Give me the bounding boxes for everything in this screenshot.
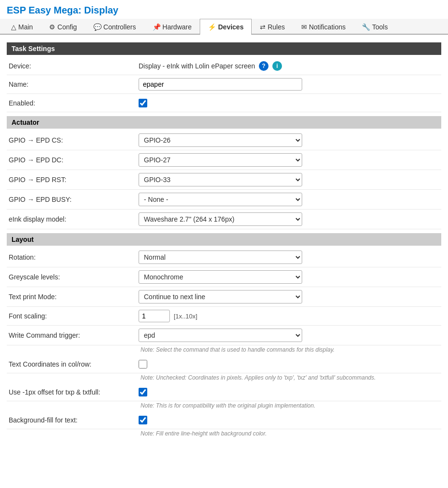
main-content: Task Settings Device: Display - eInk wit… bbox=[0, 35, 448, 443]
enabled-row: Enabled: bbox=[7, 94, 441, 112]
nav-hardware[interactable]: 📌 Hardware bbox=[144, 19, 200, 35]
main-icon: △ bbox=[11, 23, 16, 31]
greyscale-select[interactable]: Monochrome bbox=[139, 270, 302, 284]
greyscale-control: Monochrome bbox=[139, 270, 439, 284]
layout-header: Layout bbox=[7, 233, 441, 246]
bgfill-note: Note: Fill entire line-height with backg… bbox=[139, 429, 269, 440]
device-info-button[interactable]: i bbox=[272, 61, 282, 71]
enabled-control bbox=[139, 99, 439, 107]
bgfill-row: Background-fill for text: bbox=[7, 411, 441, 429]
eink-model-row: eInk display model: Waveshare 2.7" (264 … bbox=[7, 210, 441, 229]
write-trigger-note-row: Note: Select the command that is used to… bbox=[7, 345, 441, 355]
name-label: Name: bbox=[9, 80, 139, 88]
gpio-dc-select[interactable]: GPIO-27 bbox=[139, 153, 302, 167]
fontscale-row: Font scaling: [1x..10x] bbox=[7, 307, 441, 326]
device-value: Display - eInk with Lolin ePaper screen bbox=[139, 62, 255, 70]
nav-main-label: Main bbox=[18, 23, 33, 31]
nav-controllers-label: Controllers bbox=[103, 23, 136, 31]
device-row: Device: Display - eInk with Lolin ePaper… bbox=[7, 57, 441, 75]
gpio-busy-select[interactable]: - None - bbox=[139, 193, 302, 206]
hardware-icon: 📌 bbox=[153, 23, 161, 31]
fontscale-hint: [1x..10x] bbox=[174, 313, 197, 320]
fontscale-input[interactable] bbox=[139, 310, 170, 322]
nav-notifications[interactable]: ✉ Notifications bbox=[293, 19, 354, 35]
text-coords-label: Text Coordinates in col/row: bbox=[9, 360, 139, 368]
text-coords-control bbox=[139, 360, 439, 369]
write-trigger-select[interactable]: epd bbox=[139, 329, 302, 342]
device-help-button[interactable]: ? bbox=[259, 61, 269, 71]
offset-note-row: Note: This is for compatibility with the… bbox=[7, 401, 441, 411]
nav-main[interactable]: △ Main bbox=[3, 19, 41, 35]
text-coords-note: Note: Unchecked: Coordinates in pixels. … bbox=[139, 373, 378, 384]
rotation-select[interactable]: Normal bbox=[139, 251, 302, 264]
bgfill-control bbox=[139, 416, 439, 424]
nav-controllers[interactable]: 💬 Controllers bbox=[85, 19, 144, 35]
page-title: ESP Easy Mega: Display bbox=[0, 0, 448, 19]
gpio-busy-control: - None - bbox=[139, 193, 439, 206]
nav-hardware-label: Hardware bbox=[163, 23, 192, 31]
gpio-rst-row: GPIO → EPD RST: GPIO-33 bbox=[7, 170, 441, 190]
fontscale-control: [1x..10x] bbox=[139, 310, 439, 322]
fontscale-label: Font scaling: bbox=[9, 312, 139, 320]
name-row: Name: bbox=[7, 75, 441, 94]
tools-icon: 🔧 bbox=[362, 23, 370, 31]
nav-devices[interactable]: ⚡ Devices bbox=[200, 19, 252, 35]
write-trigger-note: Note: Select the command that is used to… bbox=[139, 345, 336, 356]
gpio-dc-label: GPIO → EPD DC: bbox=[9, 156, 139, 164]
rules-icon: ⇄ bbox=[260, 23, 266, 31]
bgfill-note-row: Note: Fill entire line-height with backg… bbox=[7, 429, 441, 439]
device-label: Device: bbox=[9, 62, 139, 70]
rotation-control: Normal bbox=[139, 251, 439, 264]
offset-row: Use -1px offset for txp & txtfull: bbox=[7, 383, 441, 401]
offset-label: Use -1px offset for txp & txtfull: bbox=[9, 388, 139, 396]
write-trigger-control: epd bbox=[139, 329, 439, 342]
offset-control bbox=[139, 388, 439, 396]
devices-icon: ⚡ bbox=[208, 23, 216, 31]
name-control bbox=[139, 78, 439, 91]
eink-model-select[interactable]: Waveshare 2.7" (264 x 176px) bbox=[139, 212, 302, 226]
textmode-label: Text print Mode: bbox=[9, 293, 139, 301]
gpio-cs-select[interactable]: GPIO-26 bbox=[139, 133, 302, 147]
text-coords-note-row: Note: Unchecked: Coordinates in pixels. … bbox=[7, 373, 441, 383]
nav-tools[interactable]: 🔧 Tools bbox=[354, 19, 396, 35]
write-trigger-label: Write Command trigger: bbox=[9, 331, 139, 339]
gpio-rst-select[interactable]: GPIO-33 bbox=[139, 173, 302, 186]
device-control: Display - eInk with Lolin ePaper screen … bbox=[139, 61, 439, 71]
offset-checkbox[interactable] bbox=[139, 388, 147, 396]
textmode-control: Continue to next line bbox=[139, 290, 439, 303]
textmode-select[interactable]: Continue to next line bbox=[139, 290, 302, 303]
bgfill-label: Background-fill for text: bbox=[9, 416, 139, 424]
gpio-busy-label: GPIO → EPD BUSY: bbox=[9, 196, 139, 203]
notifications-icon: ✉ bbox=[301, 23, 307, 31]
eink-model-control: Waveshare 2.7" (264 x 176px) bbox=[139, 212, 439, 226]
nav-rules[interactable]: ⇄ Rules bbox=[252, 19, 293, 35]
rotation-row: Rotation: Normal bbox=[7, 248, 441, 267]
gpio-cs-row: GPIO → EPD CS: GPIO-26 bbox=[7, 131, 441, 150]
textmode-row: Text print Mode: Continue to next line bbox=[7, 287, 441, 307]
gpio-dc-control: GPIO-27 bbox=[139, 153, 439, 167]
controllers-icon: 💬 bbox=[93, 23, 102, 31]
enabled-checkbox[interactable] bbox=[139, 99, 147, 107]
greyscale-row: Greyscale levels: Monochrome bbox=[7, 267, 441, 287]
write-trigger-row: Write Command trigger: epd bbox=[7, 326, 441, 345]
gpio-rst-label: GPIO → EPD RST: bbox=[9, 176, 139, 184]
nav-devices-label: Devices bbox=[218, 23, 243, 31]
actuator-header: Actuator bbox=[7, 116, 441, 129]
name-input[interactable] bbox=[139, 78, 302, 91]
gpio-busy-row: GPIO → EPD BUSY: - None - bbox=[7, 190, 441, 210]
gpio-cs-control: GPIO-26 bbox=[139, 133, 439, 147]
nav-config[interactable]: ⚙ Config bbox=[41, 19, 85, 35]
gpio-rst-control: GPIO-33 bbox=[139, 173, 439, 186]
nav-rules-label: Rules bbox=[268, 23, 285, 31]
config-icon: ⚙ bbox=[49, 23, 55, 31]
enabled-label: Enabled: bbox=[9, 99, 139, 107]
nav-config-label: Config bbox=[57, 23, 77, 31]
bgfill-checkbox[interactable] bbox=[139, 416, 147, 424]
greyscale-label: Greyscale levels: bbox=[9, 273, 139, 281]
gpio-cs-label: GPIO → EPD CS: bbox=[9, 136, 139, 144]
task-settings-header: Task Settings bbox=[7, 42, 441, 55]
offset-note: Note: This is for compatibility with the… bbox=[139, 401, 318, 412]
eink-model-label: eInk display model: bbox=[9, 215, 139, 223]
nav-tools-label: Tools bbox=[372, 23, 388, 31]
text-coords-checkbox[interactable] bbox=[139, 360, 147, 369]
